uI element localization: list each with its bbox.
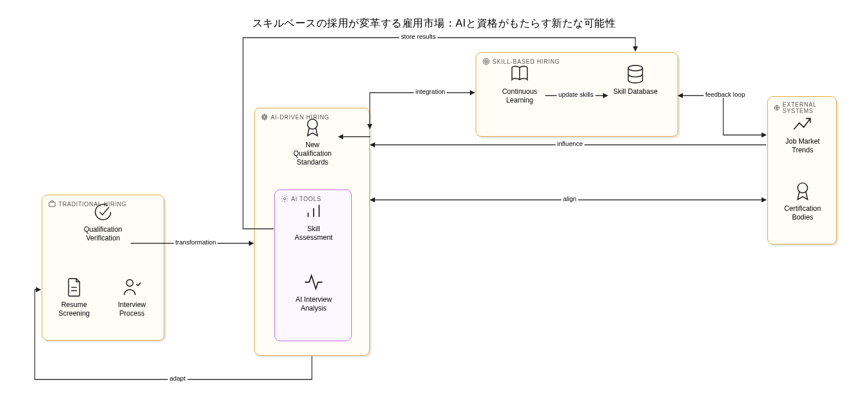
svg-point-9 (628, 65, 643, 71)
node-qualification-verification: Qualification Verification (77, 201, 129, 243)
activity-icon (303, 271, 325, 293)
edge-label-influence: influence (556, 140, 584, 147)
check-circle-icon (92, 201, 114, 223)
svg-rect-3 (263, 116, 266, 118)
svg-point-1 (127, 280, 133, 286)
book-icon (509, 63, 531, 85)
edge-label-adapt: adapt (168, 375, 187, 382)
diagram-title: スキルベースの採用が変革する雇用市場：AIと資格がもたらす新たな可能性 (252, 16, 616, 30)
group-ai-driven-hiring: AI-DRIVEN HIRING New Qualification Stand… (254, 108, 370, 356)
group-external-systems: EXTERNAL SYSTEMS Job Market Trends Certi… (767, 96, 837, 244)
node-new-qualification-standards: New Qualification Standards (286, 116, 339, 167)
bar-chart-icon (303, 200, 325, 222)
edge-label-feedback: feedback loop (704, 91, 747, 98)
svg-point-5 (284, 198, 286, 200)
node-interview-process: Interview Process (106, 276, 158, 318)
node-skill-database: Skill Database (609, 63, 661, 96)
node-continuous-learning: Continuous Learning (494, 63, 546, 105)
svg-point-7 (484, 60, 488, 63)
database-icon (624, 63, 646, 85)
briefcase-icon (48, 200, 56, 208)
svg-point-4 (307, 119, 317, 129)
globe-icon (774, 104, 780, 112)
trend-up-icon (792, 113, 814, 135)
svg-rect-0 (49, 202, 56, 207)
node-certification-bodies: Certification Bodies (777, 180, 829, 222)
svg-rect-2 (263, 115, 267, 119)
svg-point-11 (797, 183, 807, 193)
group-ai-tools: AI TOOLS Skill Assessment AI Interview A… (274, 189, 352, 341)
group-label-external: EXTERNAL SYSTEMS (774, 101, 836, 114)
award-icon (792, 180, 814, 202)
edge-label-transformation: transformation (174, 239, 218, 246)
svg-point-8 (486, 61, 487, 62)
document-icon (63, 276, 85, 298)
edge-label-integration: integration (414, 88, 447, 95)
node-resume-screening: Resume Screening (48, 276, 100, 318)
edge-label-store-results: store results (399, 33, 437, 40)
edge-label-update-skills: update skills (557, 91, 595, 98)
group-traditional-hiring: TRADITIONAL HIRING Qualification Verific… (42, 195, 164, 341)
svg-point-6 (483, 59, 490, 65)
award-icon (301, 116, 323, 138)
target-icon (482, 57, 490, 65)
cpu-icon (260, 113, 269, 121)
edge-label-align: align (561, 195, 578, 202)
node-ai-interview-analysis: AI Interview Analysis (288, 271, 340, 313)
node-job-market-trends: Job Market Trends (777, 113, 829, 155)
person-check-icon (121, 276, 143, 298)
node-skill-assessment: Skill Assessment (288, 200, 340, 242)
